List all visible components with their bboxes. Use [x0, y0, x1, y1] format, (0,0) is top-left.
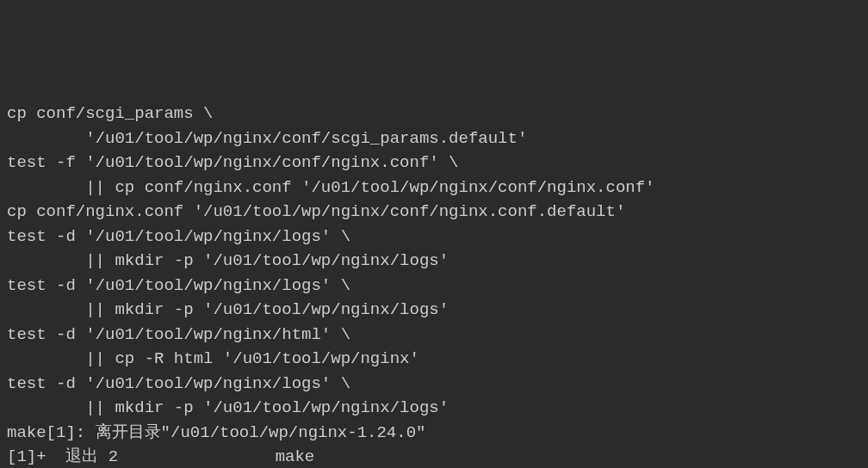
terminal-line: || mkdir -p '/u01/tool/wp/nginx/logs' — [7, 396, 861, 421]
terminal-line: test -d '/u01/tool/wp/nginx/logs' \ — [7, 274, 861, 299]
terminal-line: test -d '/u01/tool/wp/nginx/html' \ — [7, 323, 861, 348]
terminal-line: test -d '/u01/tool/wp/nginx/logs' \ — [7, 372, 861, 397]
terminal-line: [1]+ 退出 2 make — [7, 445, 861, 468]
terminal-output[interactable]: cp conf/scgi_params \ '/u01/tool/wp/ngin… — [7, 102, 861, 468]
terminal-line: test -d '/u01/tool/wp/nginx/logs' \ — [7, 225, 861, 249]
terminal-line: || mkdir -p '/u01/tool/wp/nginx/logs' — [7, 249, 861, 274]
terminal-line: make[1]: 离开目录"/u01/tool/wp/nginx-1.24.0" — [7, 421, 861, 446]
terminal-line: cp conf/nginx.conf '/u01/tool/wp/nginx/c… — [7, 200, 861, 225]
terminal-line: '/u01/tool/wp/nginx/conf/scgi_params.def… — [7, 126, 861, 151]
terminal-line: || cp -R html '/u01/tool/wp/nginx' — [7, 347, 861, 372]
terminal-line: test -f '/u01/tool/wp/nginx/conf/nginx.c… — [7, 151, 861, 176]
terminal-line: || cp conf/nginx.conf '/u01/tool/wp/ngin… — [7, 176, 861, 200]
terminal-line: cp conf/scgi_params \ — [7, 102, 861, 126]
terminal-line: || mkdir -p '/u01/tool/wp/nginx/logs' — [7, 298, 861, 323]
